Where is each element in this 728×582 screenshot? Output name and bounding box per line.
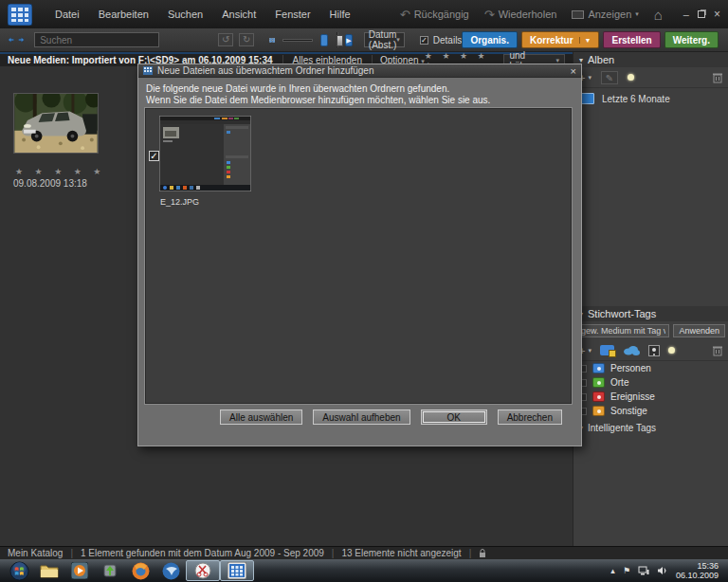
share-button[interactable]: Weiterg.: [664, 31, 719, 48]
taskbar-usb-button[interactable]: [95, 560, 125, 581]
rotate-left-icon[interactable]: ↺: [218, 33, 233, 46]
car-photo-thumbnail[interactable]: [13, 93, 99, 154]
slider-handle[interactable]: [337, 35, 343, 46]
tag-item-personen[interactable]: Personen: [573, 361, 728, 375]
taskbar-snipping-button[interactable]: [186, 560, 220, 581]
start-button[interactable]: [4, 560, 34, 581]
taskbar-firefox-button[interactable]: [125, 560, 155, 581]
organize-button[interactable]: Organis.: [462, 31, 518, 48]
tag-apply-row: Anwenden: [573, 321, 728, 340]
keyword-tags-section: ▾ Stichwort-Tags Anwenden +▾ Personen: [573, 306, 728, 438]
menu-hilfe[interactable]: Hilfe: [320, 9, 360, 20]
forward-button[interactable]: [18, 33, 25, 46]
tray-network-icon[interactable]: [638, 566, 649, 575]
thunderbird-icon: [162, 562, 180, 580]
rotate-group: ↺ ↻: [218, 33, 254, 46]
taskbar-clock[interactable]: 15:36 06.10.2009: [676, 561, 719, 580]
system-tray: ▴ ⚑ 15:36 06.10.2009: [610, 561, 724, 580]
sort-order-select[interactable]: Datum (Abst.)▾: [364, 32, 405, 47]
search-input[interactable]: [34, 32, 159, 47]
albums-trash-icon[interactable]: [713, 72, 722, 83]
slideshow-icon[interactable]: ▶: [345, 34, 353, 46]
menu-bearbeiten[interactable]: Bearbeiten: [89, 9, 158, 20]
apply-tag-button[interactable]: Anwenden: [673, 324, 725, 337]
minimize-button[interactable]: –: [683, 9, 689, 20]
fix-button[interactable]: Korrektur▼: [521, 31, 600, 48]
taskbar-explorer-button[interactable]: [34, 560, 64, 581]
taskbar-thunderbird-button[interactable]: [155, 560, 186, 581]
dialog-new-files: Neue Dateien aus überwachtem Ordner hinz…: [137, 64, 582, 446]
file-name: E_12.JPG: [160, 197, 199, 207]
status-lock-icon: [479, 549, 486, 558]
menu-suchen[interactable]: Suchen: [158, 9, 212, 20]
file-thumbnail[interactable]: [159, 116, 251, 191]
dialog-close-button[interactable]: ×: [571, 65, 576, 77]
taskbar-mediaplayer-button[interactable]: [64, 560, 95, 581]
redo-icon: ↷: [484, 8, 495, 22]
home-button[interactable]: ⌂: [654, 7, 663, 23]
details-label: Details: [433, 35, 463, 45]
app-statusbar: Mein Katalog | 1 Element gefunden mit de…: [0, 546, 728, 559]
keyword-tags-header[interactable]: ▾ Stichwort-Tags: [573, 306, 728, 321]
single-view-icon[interactable]: [320, 34, 327, 46]
create-button[interactable]: Erstellen: [603, 31, 660, 48]
taskbar-organizer-button[interactable]: [220, 560, 254, 581]
display-button[interactable]: Anzeigen▾: [572, 9, 638, 20]
dialog-grid-icon: [143, 66, 153, 75]
menu-ansicht[interactable]: Ansicht: [212, 9, 265, 20]
media-player-icon: [71, 562, 88, 579]
tag-item-ereignisse[interactable]: Ereignisse: [573, 390, 728, 404]
organizer-taskbar-icon: [228, 562, 246, 579]
redo-button[interactable]: ↷Wiederholen: [484, 8, 557, 22]
details-checkbox-row[interactable]: ✓ Details: [420, 35, 463, 45]
tray-volume-icon[interactable]: [657, 566, 668, 575]
window-controls: – ×: [683, 8, 720, 21]
ok-button[interactable]: OK: [421, 409, 487, 425]
tag-item-orte[interactable]: Orte: [573, 375, 728, 390]
tray-flag-icon[interactable]: ⚑: [623, 566, 630, 575]
fix-dropdown-arrow[interactable]: ▼: [579, 37, 592, 44]
organizer-window: Datei Bearbeiten Suchen Ansicht Fenster …: [0, 0, 728, 582]
hidden-count: 13 Elemente nicht angezeigt: [341, 548, 461, 558]
undo-icon: ↶: [400, 8, 410, 22]
rotate-right-icon[interactable]: ↻: [239, 33, 254, 46]
tag-lock-icon[interactable]: [600, 345, 614, 355]
details-checkbox[interactable]: ✓: [420, 36, 428, 45]
orte-tag-icon: [592, 377, 605, 388]
albums-header[interactable]: ▾ Alben: [573, 52, 728, 67]
thumbnail-size-slider[interactable]: [282, 39, 313, 42]
restore-button[interactable]: [698, 10, 705, 18]
dialog-titlebar[interactable]: Neue Dateien aus überwachtem Ordner hinz…: [138, 64, 581, 78]
undo-button[interactable]: ↶Rückgängig: [400, 8, 469, 22]
edit-album-icon[interactable]: ✎: [601, 71, 618, 84]
album-item-letzte-6-monate[interactable]: Letzte 6 Monate: [573, 88, 728, 109]
back-button[interactable]: [8, 33, 14, 46]
cloud-sync-icon[interactable]: [623, 345, 640, 355]
smart-tags-header[interactable]: ▾ Intelligente Tags: [573, 418, 728, 438]
organizer-logo-icon: [8, 4, 32, 26]
tray-expand-icon[interactable]: ▴: [610, 566, 615, 575]
tags-trash-icon[interactable]: [713, 345, 722, 356]
result-count: 1 Element gefunden mit dem Datum Aug 200…: [81, 548, 324, 558]
grid-view-icon[interactable]: [269, 34, 275, 46]
dialog-title: Neue Dateien aus überwachtem Ordner hinz…: [157, 65, 373, 76]
tags-lightbulb-icon[interactable]: [668, 347, 675, 354]
albums-lightbulb-icon[interactable]: [628, 74, 634, 81]
snipping-tool-icon: [194, 562, 211, 579]
thumbnail-rating-stars[interactable]: ★ ★ ★ ★ ★: [15, 167, 105, 176]
cancel-button[interactable]: Abbrechen: [498, 409, 562, 425]
tag-item-sonstige[interactable]: Sonstige: [573, 404, 728, 418]
file-checkbox[interactable]: ✓: [149, 151, 159, 161]
media-item[interactable]: ★ ★ ★ ★ ★ 09.08.2009 13:18: [13, 93, 105, 189]
menubar-right: ↶Rückgängig ↷Wiederholen Anzeigen▾ ⌂ – ×: [400, 7, 720, 23]
status-divider: |: [469, 548, 472, 558]
select-all-button[interactable]: Alle auswählen: [220, 409, 302, 425]
dialog-message-line2: Wenn Sie die Datei dem Medienbrowser hin…: [146, 95, 573, 106]
tag-search-input[interactable]: [577, 324, 669, 337]
menu-fenster[interactable]: Fenster: [265, 9, 319, 20]
deselect-button[interactable]: Auswahl aufheben: [313, 409, 410, 425]
close-button[interactable]: ×: [714, 8, 720, 21]
menu-datei[interactable]: Datei: [46, 9, 89, 20]
face-recognition-icon[interactable]: [648, 345, 660, 356]
dialog-buttons: Alle auswählen Auswahl aufheben OK Abbre…: [220, 409, 562, 425]
